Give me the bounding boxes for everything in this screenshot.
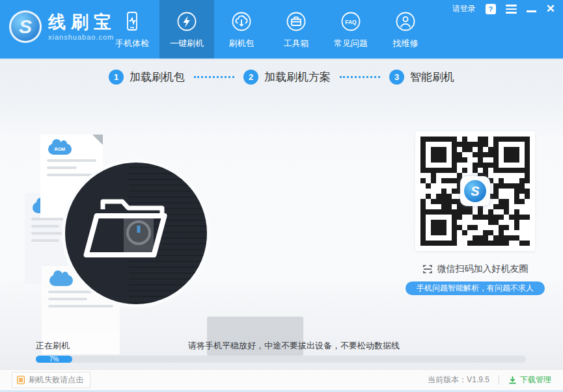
open-folder-icon bbox=[83, 190, 191, 274]
app-window: S 线刷宝 xianshuabao.com 手机体检 bbox=[0, 0, 563, 392]
nav-item-repair[interactable]: 找维修 bbox=[378, 0, 433, 59]
repair-icon bbox=[394, 10, 417, 33]
status-row: 正在刷机 请将手机平稳放好，中途不要拔出设备，不要松动数据线 bbox=[36, 340, 526, 352]
step-dots-divider bbox=[194, 76, 234, 78]
step-smart-flash: 3 智能刷机 bbox=[389, 70, 454, 85]
rom-cloud-badge bbox=[49, 275, 73, 286]
footer-divider bbox=[499, 375, 499, 385]
step-number-badge: 2 bbox=[243, 70, 258, 85]
footer-right: 当前版本：V1.9.5 下载管理 bbox=[428, 374, 551, 385]
rom-package-icon bbox=[230, 10, 253, 33]
progress-bar-track: 7% bbox=[36, 356, 526, 363]
app-logo: S 线刷宝 xianshuabao.com bbox=[9, 10, 117, 43]
rom-cloud-badge: ROM bbox=[48, 144, 72, 155]
step-label: 智能刷机 bbox=[410, 70, 454, 85]
nav-label: 找维修 bbox=[393, 38, 419, 49]
step-label: 加载刷机包 bbox=[130, 70, 185, 85]
header-bar: S 线刷宝 xianshuabao.com 手机体检 bbox=[0, 0, 563, 59]
main-nav: 手机体检 一键刷机 bbox=[105, 0, 433, 59]
help-icon[interactable]: ? bbox=[486, 4, 496, 14]
qr-caption-text: 微信扫码加入好机友圈 bbox=[437, 263, 529, 275]
login-link[interactable]: 请登录 bbox=[452, 3, 476, 14]
version-label: 当前版本：V1.9.5 bbox=[428, 374, 489, 385]
flashing-illustration: ROM bbox=[20, 122, 325, 356]
nav-item-faq[interactable]: FAQ 常见问题 bbox=[323, 0, 378, 59]
open-folder-circle bbox=[62, 159, 210, 307]
flash-failed-label: 刷机失败请点击 bbox=[29, 374, 83, 385]
brand-logo-icon: S bbox=[9, 10, 42, 43]
footer-bar: 刷机失败请点击 当前版本：V1.9.5 下载管理 bbox=[0, 369, 563, 390]
step-number-badge: 3 bbox=[389, 70, 404, 85]
minimize-icon[interactable] bbox=[527, 5, 536, 14]
step-number-badge: 1 bbox=[109, 70, 124, 85]
steps-bar: 1 加载刷机包 2 加载刷机方案 3 智能刷机 bbox=[0, 60, 563, 94]
nav-label: 手机体检 bbox=[115, 38, 149, 49]
download-manager-button[interactable]: 下载管理 bbox=[508, 374, 551, 385]
lightning-icon bbox=[175, 10, 199, 33]
progress-fill: 7% bbox=[36, 356, 72, 363]
qr-code-card: S bbox=[415, 131, 535, 251]
flash-instruction: 请将手机平稳放好，中途不要拔出设备，不要松动数据线 bbox=[140, 340, 526, 352]
toolbox-icon bbox=[284, 10, 308, 33]
scan-icon bbox=[422, 264, 433, 274]
brand-logo-icon: S bbox=[464, 180, 486, 202]
flash-failed-button[interactable]: 刷机失败请点击 bbox=[12, 372, 90, 388]
menu-icon[interactable] bbox=[506, 3, 517, 15]
qr-center-logo: S bbox=[460, 176, 490, 206]
nav-item-rom-package[interactable]: 刷机包 bbox=[214, 0, 269, 59]
qr-tagline-pill: 手机问题智能解析，有问题不求人 bbox=[405, 281, 545, 295]
main-content: 1 加载刷机包 2 加载刷机方案 3 智能刷机 ROM bbox=[0, 59, 563, 369]
step-label: 加载刷机方案 bbox=[264, 70, 331, 85]
step-dots-divider bbox=[340, 76, 380, 78]
close-icon[interactable]: ✕ bbox=[546, 3, 555, 14]
download-manager-label: 下载管理 bbox=[520, 374, 551, 385]
nav-item-phone-check[interactable]: 手机体检 bbox=[105, 0, 159, 59]
faq-icon: FAQ bbox=[339, 10, 363, 33]
window-controls: 请登录 ? ✕ bbox=[452, 3, 555, 15]
nav-item-one-key-flash[interactable]: 一键刷机 bbox=[159, 0, 214, 59]
svg-text:FAQ: FAQ bbox=[345, 18, 357, 25]
nav-label: 刷机包 bbox=[229, 38, 254, 49]
phone-check-icon bbox=[120, 10, 144, 33]
nav-label: 工具箱 bbox=[284, 38, 309, 49]
warning-doc-icon bbox=[17, 376, 25, 384]
nav-label: 常见问题 bbox=[334, 38, 368, 49]
flash-status-label: 正在刷机 bbox=[36, 340, 140, 352]
nav-label: 一键刷机 bbox=[170, 38, 204, 49]
nav-item-toolbox[interactable]: 工具箱 bbox=[269, 0, 323, 59]
step-load-rom: 1 加载刷机包 bbox=[109, 70, 185, 85]
download-icon bbox=[508, 376, 517, 384]
qr-caption: 微信扫码加入好机友圈 bbox=[407, 263, 543, 275]
step-load-plan: 2 加载刷机方案 bbox=[243, 70, 331, 85]
